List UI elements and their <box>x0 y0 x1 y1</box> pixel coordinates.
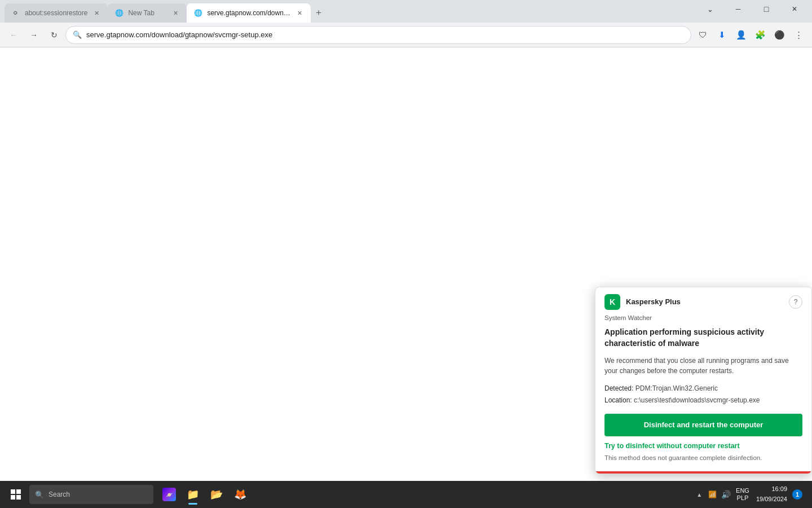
kaspersky-popup: K Kaspersky Plus ? System Watcher Applic… <box>595 287 812 474</box>
tab-title-3: serve.gtapnow.com/download/gta… <box>207 9 290 17</box>
windows-logo <box>11 489 21 500</box>
system-tray: ▲ 📶 🔊 ENG PLP 16:09 19/09/2024 1 <box>690 484 807 504</box>
extensions-icon-btn[interactable]: 🧩 <box>751 26 769 44</box>
maximize-button[interactable] <box>753 0 779 18</box>
logo-cell-4 <box>16 495 21 500</box>
location-label: Location: <box>604 396 632 404</box>
firefox-icon: 🦊 <box>233 488 247 501</box>
logo-cell-2 <box>16 489 21 494</box>
taskbar-search-box[interactable]: 🔍 Search <box>29 485 153 504</box>
account-icon-btn[interactable]: 👤 <box>732 26 750 44</box>
new-tab-button[interactable]: ＋ <box>311 5 326 20</box>
tray-datetime[interactable]: 16:09 19/09/2024 <box>754 484 789 504</box>
kaspersky-app-name: Kaspersky Plus <box>626 297 783 306</box>
taskbar: 🔍 Search 🪐 📁 📂 🦊 ▲ 📶 <box>0 481 812 508</box>
security-badge-btn[interactable]: ⚫ <box>770 26 788 44</box>
kaspersky-body: System Watcher Application performing su… <box>595 314 811 471</box>
tab-close-1[interactable]: ✕ <box>92 8 101 17</box>
notification-badge: 1 <box>792 489 802 500</box>
tray-speaker-icon[interactable]: 🔊 <box>720 489 731 500</box>
address-bar-container[interactable]: 🔍 <box>65 26 691 44</box>
back-button[interactable]: ← <box>5 26 23 44</box>
window-controls: ⌄ <box>692 0 812 23</box>
toolbar-icons: 🛡 ⬇ 👤 🧩 ⚫ ⋮ <box>694 26 807 44</box>
tab-favicon-1: ⭘ <box>11 8 20 17</box>
tabs-area: ⭘ about:sessionrestore ✕ 🌐 New Tab ✕ 🌐 s… <box>0 3 692 23</box>
menu-button[interactable]: ⋮ <box>789 26 807 44</box>
title-bar: ⭘ about:sessionrestore ✕ 🌐 New Tab ✕ 🌐 s… <box>0 0 812 23</box>
tab-title-1: about:sessionrestore <box>25 9 87 17</box>
shield-icon-btn[interactable]: 🛡 <box>694 26 712 44</box>
kaspersky-help-button[interactable]: ? <box>789 295 802 309</box>
kaspersky-details: Detected: PDM:Trojan.Win32.Generic Locat… <box>604 383 802 406</box>
tray-language[interactable]: ENG PLP <box>734 487 752 502</box>
kaspersky-header: K Kaspersky Plus ? <box>595 287 811 314</box>
logo-cell-3 <box>11 495 15 500</box>
minimize-icon <box>736 5 741 13</box>
minimize-button[interactable] <box>725 0 751 18</box>
files-icon: 📂 <box>210 488 223 501</box>
detected-label: Detected: <box>604 384 633 392</box>
tab-close-3[interactable]: ✕ <box>295 8 304 17</box>
kaspersky-logo: K <box>604 294 620 310</box>
logo-cell-1 <box>11 489 15 494</box>
kaspersky-alert-title: Application performing suspicious activi… <box>604 327 802 349</box>
page-content: K Kaspersky Plus ? System Watcher Applic… <box>0 47 812 481</box>
space-app-icon: 🪐 <box>162 488 176 501</box>
tray-network-icon[interactable]: 📶 <box>707 489 718 500</box>
tray-lang-code: ENG <box>736 487 749 494</box>
close-button[interactable] <box>782 0 807 18</box>
tab-session-restore[interactable]: ⭘ about:sessionrestore ✕ <box>5 3 108 23</box>
kaspersky-description: We recommend that you close all running … <box>604 356 802 376</box>
start-button[interactable] <box>5 483 27 506</box>
tray-region-code: PLP <box>737 494 749 502</box>
tab-active[interactable]: 🌐 serve.gtapnow.com/download/gta… ✕ <box>187 3 311 23</box>
reload-button[interactable]: ↻ <box>45 26 63 44</box>
location-value: c:\users\test\downloads\svcmgr-setup.exe <box>634 396 760 404</box>
disinfect-no-restart-link[interactable]: Try to disinfect without computer restar… <box>604 442 802 450</box>
taskbar-search-text: Search <box>48 491 70 498</box>
tab-favicon-2: 🌐 <box>114 8 123 17</box>
taskbar-app-files[interactable]: 📂 <box>205 483 228 506</box>
browser-window: ⭘ about:sessionrestore ✕ 🌐 New Tab ✕ 🌐 s… <box>0 0 812 508</box>
tab-close-2[interactable]: ✕ <box>171 8 180 17</box>
tray-time: 16:09 <box>771 484 787 494</box>
toolbar: ← → ↻ 🔍 🛡 ⬇ 👤 🧩 ⚫ ⋮ <box>0 23 812 47</box>
detected-value: PDM:Trojan.Win32.Generic <box>636 384 718 392</box>
close-icon <box>792 5 797 13</box>
search-icon: 🔍 <box>73 30 82 39</box>
taskbar-app-firefox[interactable]: 🦊 <box>229 483 251 506</box>
kaspersky-disclaimer: This method does not guarantee complete … <box>604 453 802 462</box>
profile-button[interactable]: ⌄ <box>697 0 723 18</box>
tray-expand-button[interactable]: ▲ <box>694 485 704 503</box>
tray-date: 19/09/2024 <box>756 494 787 505</box>
tab-title-2: New Tab <box>128 9 166 17</box>
taskbar-search-icon: 🔍 <box>35 491 44 499</box>
disinfect-restart-button[interactable]: Disinfect and restart the computer <box>604 414 802 436</box>
taskbar-pinned-apps: 🪐 📁 📂 🦊 <box>158 483 251 506</box>
taskbar-app-space[interactable]: 🪐 <box>158 483 180 506</box>
kaspersky-red-line <box>595 471 811 474</box>
explorer-icon: 📁 <box>186 488 200 501</box>
maximize-icon <box>764 5 769 14</box>
taskbar-app-explorer[interactable]: 📁 <box>182 483 204 506</box>
forward-button[interactable]: → <box>25 26 43 44</box>
download-icon-btn[interactable]: ⬇ <box>713 26 731 44</box>
address-bar-input[interactable] <box>86 30 684 39</box>
tab-favicon-3: 🌐 <box>193 8 202 17</box>
tray-notification-center[interactable]: 1 <box>792 485 803 503</box>
kaspersky-module: System Watcher <box>604 314 802 321</box>
tab-new-tab[interactable]: 🌐 New Tab ✕ <box>108 3 187 23</box>
